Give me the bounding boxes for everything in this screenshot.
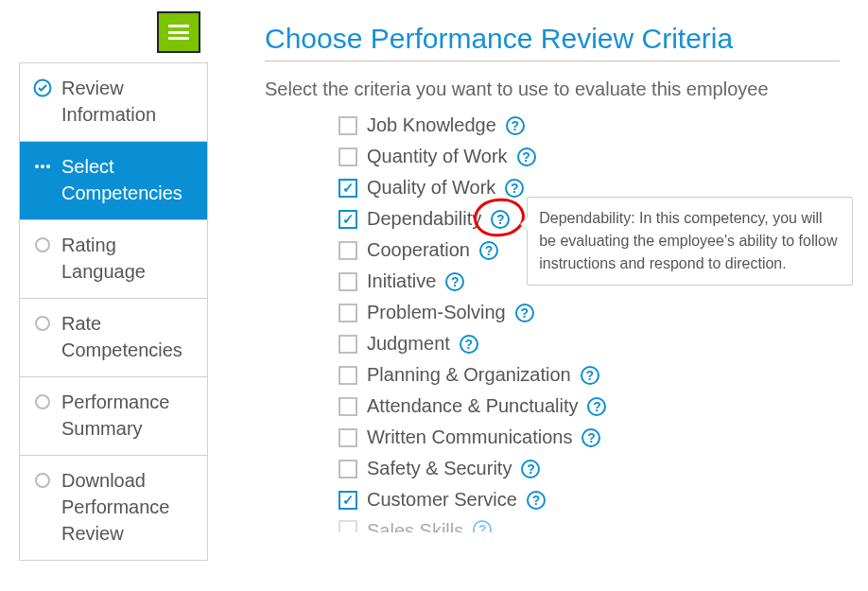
sidebar-step-5[interactable]: Download Performance Review bbox=[20, 456, 207, 560]
criteria-label: Written Communications bbox=[367, 426, 572, 448]
criteria-label: Cooperation bbox=[367, 239, 470, 261]
svg-point-4 bbox=[36, 238, 49, 252]
sidebar-step-label: Download Performance Review bbox=[61, 467, 194, 547]
sidebar-step-3[interactable]: Rate Competencies bbox=[20, 299, 207, 377]
svg-point-2 bbox=[41, 165, 44, 168]
svg-point-1 bbox=[35, 165, 39, 168]
help-icon[interactable]: ? bbox=[517, 148, 536, 166]
main-panel: Choose Performance Review Criteria Selec… bbox=[208, 0, 868, 591]
help-icon[interactable]: ? bbox=[581, 366, 599, 385]
criteria-checkbox[interactable] bbox=[339, 397, 357, 416]
criteria-row: Quantity of Work? bbox=[339, 141, 840, 172]
criteria-checkbox[interactable] bbox=[339, 335, 357, 354]
criteria-label: Judgment bbox=[367, 333, 450, 355]
help-icon[interactable]: ? bbox=[473, 520, 492, 532]
app-root: Review InformationSelect CompetenciesRat… bbox=[0, 0, 868, 591]
empty-circle-icon bbox=[33, 392, 52, 411]
sidebar-step-4[interactable]: Performance Summary bbox=[20, 377, 207, 456]
criteria-label: Dependability bbox=[367, 208, 481, 230]
help-icon[interactable]: ? bbox=[527, 491, 546, 510]
criteria-checkbox[interactable] bbox=[339, 272, 357, 291]
empty-circle-icon bbox=[33, 471, 52, 490]
sidebar-step-label: Select Competencies bbox=[61, 153, 194, 206]
help-icon[interactable]: ? bbox=[479, 241, 498, 260]
criteria-row: Problem-Solving? bbox=[339, 297, 840, 328]
criteria-checkbox[interactable] bbox=[339, 304, 357, 322]
criteria-row: Customer Service? bbox=[339, 484, 840, 515]
svg-point-3 bbox=[46, 165, 50, 168]
hamburger-holder bbox=[19, 11, 208, 53]
criteria-label: Quantity of Work bbox=[367, 146, 508, 167]
criteria-label: Initiative bbox=[367, 270, 436, 292]
empty-circle-icon bbox=[33, 235, 52, 254]
criteria-row: Attendance & Punctuality? bbox=[339, 391, 840, 422]
help-icon[interactable]: ? bbox=[521, 460, 540, 478]
sidebar-step-label: Rating Language bbox=[61, 232, 194, 285]
criteria-row: Judgment? bbox=[339, 328, 840, 359]
criteria-label: Customer Service bbox=[367, 489, 517, 511]
criteria-checkbox[interactable] bbox=[339, 520, 357, 532]
sidebar-step-2[interactable]: Rating Language bbox=[20, 220, 207, 299]
hamburger-icon bbox=[168, 25, 189, 40]
help-icon[interactable]: ? bbox=[582, 428, 600, 447]
dots-icon bbox=[33, 157, 52, 176]
svg-point-7 bbox=[36, 474, 49, 487]
criteria-checkbox[interactable] bbox=[339, 460, 357, 478]
criteria-label: Sales Skills bbox=[367, 520, 463, 532]
criteria-row: Written Communications? bbox=[339, 422, 840, 453]
criteria-row: Sales Skills? bbox=[339, 515, 840, 532]
hamburger-button[interactable] bbox=[157, 11, 200, 53]
criteria-label: Problem-Solving bbox=[367, 302, 506, 323]
criteria-checkbox[interactable] bbox=[339, 148, 357, 166]
sidebar-step-label: Review Information bbox=[61, 75, 194, 128]
criteria-checkbox[interactable] bbox=[339, 366, 357, 385]
sidebar-column: Review InformationSelect CompetenciesRat… bbox=[0, 0, 208, 591]
criteria-label: Attendance & Punctuality bbox=[367, 395, 578, 417]
help-icon[interactable]: ? bbox=[491, 210, 510, 229]
page-subtext: Select the criteria you want to use to e… bbox=[265, 78, 840, 100]
help-icon[interactable]: ? bbox=[445, 272, 464, 291]
criteria-row: Planning & Organization? bbox=[339, 359, 840, 391]
help-icon[interactable]: ? bbox=[460, 335, 478, 354]
svg-point-6 bbox=[36, 395, 49, 408]
criteria-label: Quality of Work bbox=[367, 177, 495, 199]
empty-circle-icon bbox=[33, 314, 52, 333]
criteria-label: Planning & Organization bbox=[367, 364, 571, 386]
criteria-checkbox[interactable] bbox=[339, 179, 357, 198]
criteria-row: Safety & Security? bbox=[339, 453, 840, 484]
criteria-checkbox[interactable] bbox=[339, 210, 357, 229]
check-circle-icon bbox=[33, 78, 52, 97]
sidebar-step-label: Performance Summary bbox=[61, 389, 194, 442]
help-icon[interactable]: ? bbox=[505, 179, 524, 198]
help-icon[interactable]: ? bbox=[506, 116, 525, 135]
criteria-tooltip: Dependability: In this competency, you w… bbox=[527, 197, 853, 286]
criteria-row: Job Knowledge? bbox=[339, 110, 840, 141]
criteria-checkbox[interactable] bbox=[339, 491, 357, 510]
sidebar-step-1[interactable]: Select Competencies bbox=[20, 142, 207, 220]
page-heading: Choose Performance Review Criteria bbox=[265, 23, 840, 61]
criteria-list: Job Knowledge?Quantity of Work?Quality o… bbox=[265, 110, 840, 532]
sidebar-step-label: Rate Competencies bbox=[61, 310, 194, 363]
sidebar-step-0[interactable]: Review Information bbox=[20, 63, 207, 142]
svg-point-5 bbox=[36, 317, 49, 330]
criteria-checkbox[interactable] bbox=[339, 428, 357, 447]
criteria-checkbox[interactable] bbox=[339, 116, 357, 135]
help-icon[interactable]: ? bbox=[587, 397, 606, 416]
criteria-label: Job Knowledge bbox=[367, 114, 496, 136]
help-icon[interactable]: ? bbox=[515, 304, 534, 322]
criteria-label: Safety & Security bbox=[367, 458, 512, 479]
criteria-checkbox[interactable] bbox=[339, 241, 357, 260]
wizard-sidebar: Review InformationSelect CompetenciesRat… bbox=[19, 62, 208, 561]
